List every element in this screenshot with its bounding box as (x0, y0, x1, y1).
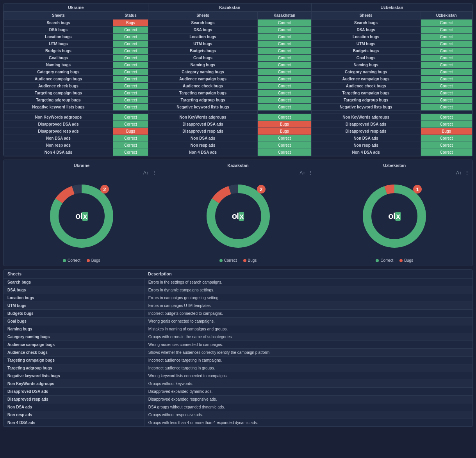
status-kazakstan: Bugs (257, 121, 311, 128)
table-row: Non resp ads Correct Non resp ads Correc… (4, 142, 472, 149)
status-uzbekistan: Correct (421, 90, 472, 97)
desc-table-row: UTM bugs Errors in campaigns UTM templat… (4, 302, 472, 310)
sort-icon-uzbekistan[interactable]: A↕ (456, 170, 462, 176)
status-ukraine: Bugs (113, 128, 148, 135)
menu-icon-ukraine[interactable]: ⋮ (152, 170, 157, 176)
olx-logo-uzbekistan: olx (388, 211, 401, 221)
desc-description: Errors in campaigns UTM templates (144, 302, 472, 310)
legend-bugs-label-uzbekistan: Bugs (404, 258, 413, 263)
table-row: Budgets bugs Correct Budgets bugs Correc… (4, 48, 472, 55)
status-ukraine: Correct (113, 142, 148, 149)
col-header-sheets-kz: Sheets (148, 12, 258, 20)
sheet-cell: DSA bugs (311, 27, 421, 34)
desc-table-row: Location bugs Errors in campaigns geotar… (4, 294, 472, 302)
sheet-cell: Negative keyword lists bugs (4, 104, 113, 111)
status-kazakstan: Correct (257, 76, 311, 83)
status-kazakstan: Correct (257, 135, 311, 142)
status-kazakstan: Correct (257, 62, 311, 69)
table-row: Non 4 DSA ads Correct Non 4 DSA ads Corr… (4, 149, 472, 156)
desc-col-header-desc: Description (144, 270, 472, 279)
desc-description: Groups with less than 4 or more than 4 e… (144, 419, 472, 427)
status-ukraine: Correct (113, 48, 148, 55)
table-row: Category naming bugs Correct Category na… (4, 69, 472, 76)
col-header-status-kz: Kazakhstan (257, 12, 311, 20)
sheet-cell: Location bugs (4, 34, 113, 41)
desc-description: Errors in campaigns geotargeting setting (144, 294, 472, 302)
sort-icon-kazakstan[interactable]: A↕ (300, 170, 305, 176)
status-ukraine: Correct (113, 27, 148, 34)
donut-center-kazakstan: olx (232, 211, 244, 221)
sheet-cell: Non 4 DSA ads (311, 149, 421, 156)
status-ukraine: Correct (113, 149, 148, 156)
status-uzbekistan: Correct (421, 149, 472, 156)
sort-icon-ukraine[interactable]: A↕ (143, 170, 149, 176)
menu-icon-uzbekistan[interactable]: ⋮ (465, 170, 469, 176)
status-ukraine: Correct (113, 114, 148, 121)
desc-sheet-name: Audience campaign bugs (4, 341, 144, 349)
donut-kazakstan: olx 2 17 (203, 181, 273, 251)
chart-ukraine-toolbar: A↕ ⋮ (7, 170, 157, 176)
sheet-cell: Negative keyword lists bugs (148, 104, 258, 111)
desc-description: Mistakes in naming of campaigns and grou… (144, 325, 472, 333)
desc-sheet-name: Naming bugs (4, 325, 144, 333)
sheet-cell: Non resp ads (311, 142, 421, 149)
legend-correct-uzbekistan: Correct (376, 258, 393, 263)
sheet-cell: Audience campaign bugs (4, 76, 113, 83)
status-kazakstan: Correct (257, 27, 311, 34)
status-ukraine: Correct (113, 69, 148, 76)
legend-bugs-ukraine: Bugs (87, 258, 100, 263)
status-kazakstan: Correct (257, 20, 311, 27)
status-ukraine: Correct (113, 90, 148, 97)
sheet-cell: Disapproved DSA ads (311, 121, 421, 128)
bugs-count-kazakstan: 2 (257, 185, 266, 193)
desc-description: Wrong keyword lists connected to campaig… (144, 372, 472, 380)
main-container: Ukraine Kazakstan Uzbekistan Sheets Stat… (0, 0, 476, 430)
sheet-cell: Goal bugs (148, 55, 258, 62)
status-uzbekistan: Correct (421, 135, 472, 142)
chart-kazakstan: Kazakstan A↕ ⋮ olx 2 17 (160, 160, 317, 266)
sheet-cell: Budgets bugs (148, 48, 258, 55)
legend-bugs-uzbekistan: Bugs (399, 258, 413, 263)
desc-sheet-name: Budgets bugs (4, 310, 144, 318)
chart-ukraine-title: Ukraine (7, 163, 157, 168)
sheet-cell: Search bugs (4, 20, 113, 27)
status-uzbekistan: Correct (421, 55, 472, 62)
status-uzbekistan: Correct (421, 48, 472, 55)
sheet-cell: DSA bugs (148, 27, 258, 34)
desc-sheet-name: DSA bugs (4, 286, 144, 294)
bugs-count-ukraine: 2 (100, 185, 109, 193)
sheet-cell: Negative keyword lists bugs (311, 104, 421, 111)
table-row: UTM bugs Correct UTM bugs Correct UTM bu… (4, 41, 472, 48)
menu-icon-kazakstan[interactable]: ⋮ (308, 170, 313, 176)
table-row: Audience check bugs Correct Audience che… (4, 83, 472, 90)
sheet-cell: Disapproved DSA ads (148, 121, 258, 128)
sheet-cell: Naming bugs (311, 62, 421, 69)
desc-description: Disapproved expanded dynamic ads. (144, 388, 472, 396)
sheet-cell: Category naming bugs (311, 69, 421, 76)
sheet-cell: UTM bugs (311, 41, 421, 48)
desc-table-row: Non resp ads Groups without responsive a… (4, 411, 472, 419)
desc-description: Wrong audiences connected to campaigns. (144, 341, 472, 349)
status-uzbekistan: Correct (421, 83, 472, 90)
table-row: DSA bugs Correct DSA bugs Correct DSA bu… (4, 27, 472, 34)
status-kazakstan: Correct (257, 69, 311, 76)
sheet-cell: Goal bugs (4, 55, 113, 62)
desc-sheet-name: Goal bugs (4, 318, 144, 325)
sheet-cell: Non resp ads (4, 142, 113, 149)
desc-sheet-name: Disapproved resp ads (4, 396, 144, 403)
desc-table-row: Audience check bugs Shows whether the au… (4, 349, 472, 357)
desc-table-row: Non 4 DSA ads Groups with less than 4 or… (4, 419, 472, 427)
description-table: Sheets Description Search bugs Errors in… (4, 270, 472, 427)
desc-sheet-name: Audience check bugs (4, 349, 144, 357)
desc-description: DSA groups without expanded dynamic ads. (144, 403, 472, 411)
status-uzbekistan: Bugs (421, 128, 472, 135)
sheet-cell: Targeting adgroup bugs (4, 97, 113, 104)
desc-description: Shows whether the audiences correctly id… (144, 349, 472, 357)
desc-col-header-sheets: Sheets (4, 270, 144, 279)
donut-center-ukraine: olx (75, 211, 88, 221)
sheet-cell: Non DSA ads (311, 135, 421, 142)
status-uzbekistan: Correct (421, 97, 472, 104)
donut-uzbekistan: olx 1 18 (359, 181, 430, 251)
desc-table-row: Naming bugs Mistakes in naming of campai… (4, 325, 472, 333)
desc-sheet-name: Targeting adgroup bugs (4, 364, 144, 372)
